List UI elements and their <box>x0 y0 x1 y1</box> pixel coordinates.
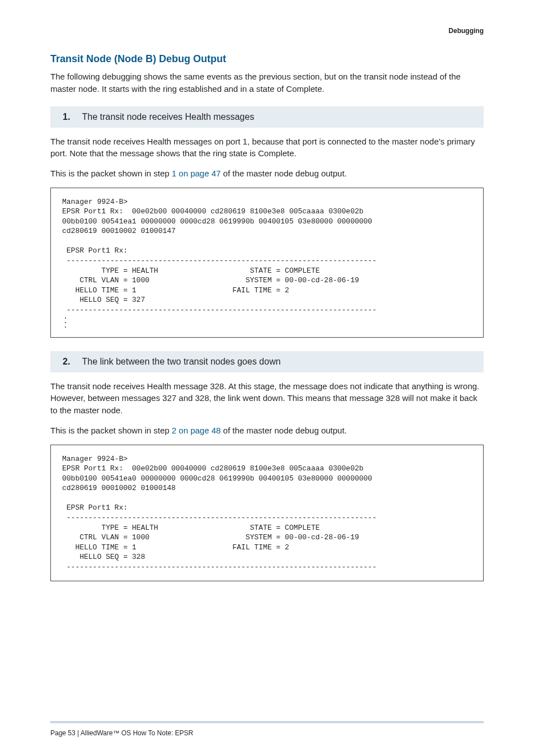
step-2-para-2a: This is the packet shown in step <box>50 426 172 435</box>
section-intro: The following debugging shows the same e… <box>50 71 484 95</box>
step-1-link[interactable]: 1 on page 47 <box>172 169 221 178</box>
step-2-number: 2. <box>63 357 79 367</box>
step-1-code-block: Manager 9924-B> EPSR Port1 Rx: 00e02b00 … <box>50 188 484 338</box>
step-2-link[interactable]: 2 on page 48 <box>172 426 221 435</box>
step-2-label: The link between the two transit nodes g… <box>82 357 280 366</box>
section-title: Transit Node (Node B) Debug Output <box>50 53 484 65</box>
step-2-para-1: The transit node receives Health message… <box>50 380 484 417</box>
footer-text: Page 53 | AlliedWare™ OS How To Note: EP… <box>50 729 193 737</box>
step-2-code: Manager 9924-B> EPSR Port1 Rx: 00e02b00 … <box>62 455 377 571</box>
step-2-para-2: This is the packet shown in step 2 on pa… <box>50 424 484 437</box>
step-2-bar: 2. The link between the two transit node… <box>50 351 484 372</box>
step-1-bar: 1. The transit node receives Health mess… <box>50 106 484 128</box>
step-1-para-2a: This is the packet shown in step <box>50 169 172 178</box>
step-1-label: The transit node receives Health message… <box>82 112 254 122</box>
step-1-code: Manager 9924-B> EPSR Port1 Rx: 00e02b00 … <box>62 198 377 314</box>
step-1-para-2: This is the packet shown in step 1 on pa… <box>50 167 484 180</box>
running-header: Debugging <box>448 27 484 35</box>
step-1-para-2b: of the master node debug output. <box>221 169 346 178</box>
step-1-para-1: The transit node receives Health message… <box>50 136 484 160</box>
step-1-number: 1. <box>63 112 79 122</box>
footer-rule <box>50 721 484 724</box>
step-2-code-block: Manager 9924-B> EPSR Port1 Rx: 00e02b00 … <box>50 445 484 582</box>
step-1-ellipsis: . . . <box>62 315 472 328</box>
step-2-para-2b: of the master node debug output. <box>221 426 346 435</box>
